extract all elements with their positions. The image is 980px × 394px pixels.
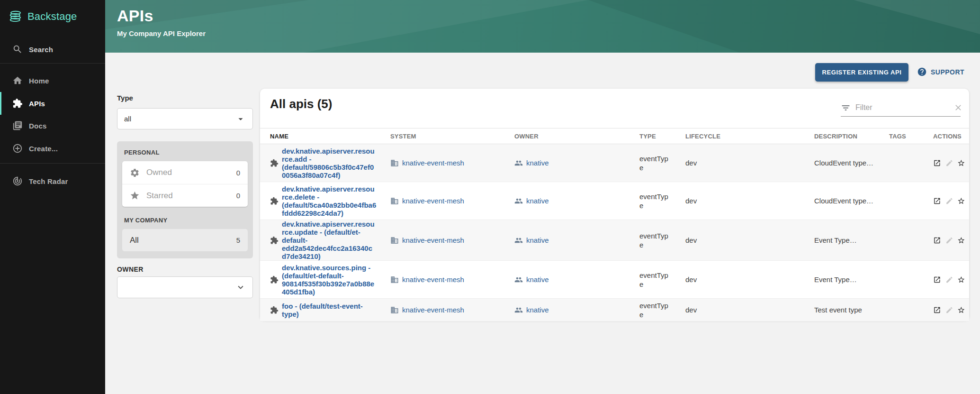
page-subtitle: My Company API Explorer: [117, 29, 206, 37]
view-api-icon[interactable]: [933, 305, 941, 315]
system-link[interactable]: knative-event-mesh: [402, 197, 464, 205]
filter-item-starred[interactable]: Starred 0: [122, 184, 248, 207]
api-name-link[interactable]: dev.knative.apiserver.resource.add - (de…: [282, 147, 377, 179]
column-header-owner[interactable]: OWNER: [504, 128, 629, 144]
api-kind-icon: [270, 236, 279, 245]
type-cell: eventType: [629, 182, 675, 220]
api-name-link[interactable]: dev.knative.sources.ping - (default/et-d…: [282, 264, 377, 296]
system-link[interactable]: knative-event-mesh: [402, 159, 464, 167]
api-table: NAME SYSTEM OWNER TYPE LIFECYCLE DESCRIP…: [260, 128, 969, 321]
edit-icon[interactable]: [945, 305, 953, 315]
lifecycle-cell: dev: [675, 182, 804, 220]
table-row[interactable]: dev.knative.sources.ping - (default/et-d…: [260, 261, 969, 299]
edit-icon[interactable]: [945, 196, 953, 206]
table-title: All apis (5): [270, 97, 332, 111]
column-header-description[interactable]: DESCRIPTION: [804, 128, 879, 144]
sidebar-item-create[interactable]: Create...: [0, 137, 105, 160]
page-header: APIs My Company API Explorer: [105, 0, 980, 53]
view-api-icon[interactable]: [933, 196, 941, 206]
description-cell: Test event type: [804, 299, 879, 321]
backstage-logo[interactable]: Backstage: [9, 9, 77, 24]
column-header-name[interactable]: NAME: [260, 128, 380, 144]
support-button[interactable]: SUPPORT: [917, 67, 964, 77]
owner-link[interactable]: knative: [526, 275, 549, 284]
system-icon: [390, 159, 399, 167]
type-cell: eventType: [629, 261, 675, 299]
api-kind-icon: [270, 275, 279, 284]
filter-item-count: 5: [236, 236, 240, 244]
page-title: APIs: [117, 7, 153, 25]
view-api-icon[interactable]: [933, 158, 941, 168]
table-header-row: NAME SYSTEM OWNER TYPE LIFECYCLE DESCRIP…: [260, 128, 969, 144]
view-api-icon[interactable]: [933, 236, 941, 245]
table-filter-input[interactable]: [855, 103, 953, 112]
main-content: REGISTER EXISTING API SUPPORT Type all P…: [105, 53, 980, 394]
column-header-system[interactable]: SYSTEM: [380, 128, 504, 144]
type-cell: eventType: [629, 144, 675, 182]
register-existing-api-button[interactable]: REGISTER EXISTING API: [815, 63, 908, 82]
search-icon: [12, 44, 23, 55]
owner-select[interactable]: [117, 276, 253, 298]
api-name-link[interactable]: dev.knative.apiserver.resource.delete - …: [282, 185, 377, 217]
sidebar-item-apis[interactable]: APIs: [0, 92, 105, 115]
system-link[interactable]: knative-event-mesh: [402, 236, 464, 244]
owner-group-icon: [514, 197, 523, 205]
edit-icon[interactable]: [945, 158, 953, 168]
puzzle-icon: [12, 98, 23, 109]
column-header-type[interactable]: TYPE: [629, 128, 675, 144]
sidebar-item-label: Create...: [29, 145, 58, 153]
sidebar-item-label: APIs: [29, 100, 45, 108]
sidebar-item-docs[interactable]: Docs: [0, 114, 105, 137]
table-row[interactable]: foo - (default/test-event-type) knative-…: [260, 299, 969, 321]
personal-section-header: PERSONAL: [124, 149, 248, 156]
owner-link[interactable]: knative: [526, 236, 549, 244]
description-cell: CloudEvent type…: [804, 182, 879, 220]
edit-icon[interactable]: [945, 236, 953, 245]
sidebar-item-search[interactable]: Search: [0, 38, 105, 61]
owner-link[interactable]: knative: [526, 197, 549, 205]
lifecycle-cell: dev: [675, 144, 804, 182]
home-icon: [12, 75, 23, 86]
lifecycle-cell: dev: [675, 299, 804, 321]
sidebar-item-tech-radar[interactable]: Tech Radar: [0, 170, 105, 192]
table-row[interactable]: dev.knative.apiserver.resource.add - (de…: [260, 144, 969, 182]
system-link[interactable]: knative-event-mesh: [402, 306, 464, 314]
edit-icon[interactable]: [945, 275, 953, 284]
star-icon: [130, 191, 140, 201]
radar-icon: [12, 176, 23, 186]
column-header-lifecycle[interactable]: LIFECYCLE: [675, 128, 804, 144]
filter-item-all[interactable]: All 5: [122, 229, 248, 251]
help-icon: [917, 67, 927, 77]
type-select[interactable]: all: [117, 108, 253, 129]
clear-filter-icon[interactable]: [953, 103, 963, 112]
system-icon: [390, 236, 399, 245]
star-toggle-icon[interactable]: [957, 236, 965, 245]
description-cell: Event Type…: [804, 220, 879, 261]
api-name-link[interactable]: dev.knative.apiserver.resource.update - …: [282, 220, 377, 260]
chevron-down-icon: [235, 114, 246, 124]
column-header-tags[interactable]: TAGS: [879, 128, 923, 144]
owner-link[interactable]: knative: [526, 159, 549, 167]
system-link[interactable]: knative-event-mesh: [402, 275, 464, 284]
filter-item-count: 0: [236, 169, 240, 177]
filter-item-owned[interactable]: Owned 0: [122, 161, 248, 184]
type-select-value: all: [124, 115, 235, 123]
view-api-icon[interactable]: [933, 275, 941, 284]
table-row[interactable]: dev.knative.apiserver.resource.delete - …: [260, 182, 969, 220]
sidebar-item-home[interactable]: Home: [0, 69, 105, 92]
type-filter-label: Type: [117, 94, 133, 102]
sidebar-divider: [0, 63, 105, 64]
star-toggle-icon[interactable]: [957, 158, 965, 168]
description-cell: Event Type…: [804, 261, 879, 299]
star-toggle-icon[interactable]: [957, 305, 965, 315]
system-icon: [390, 197, 399, 205]
api-name-link[interactable]: foo - (default/test-event-type): [282, 302, 377, 318]
owner-link[interactable]: knative: [526, 306, 549, 314]
star-toggle-icon[interactable]: [957, 275, 965, 284]
star-toggle-icon[interactable]: [957, 196, 965, 206]
sidebar-item-label: Home: [29, 77, 49, 85]
system-icon: [390, 306, 399, 314]
type-cell: eventType: [629, 220, 675, 261]
table-row[interactable]: dev.knative.apiserver.resource.update - …: [260, 220, 969, 261]
tags-cell: [879, 182, 923, 220]
